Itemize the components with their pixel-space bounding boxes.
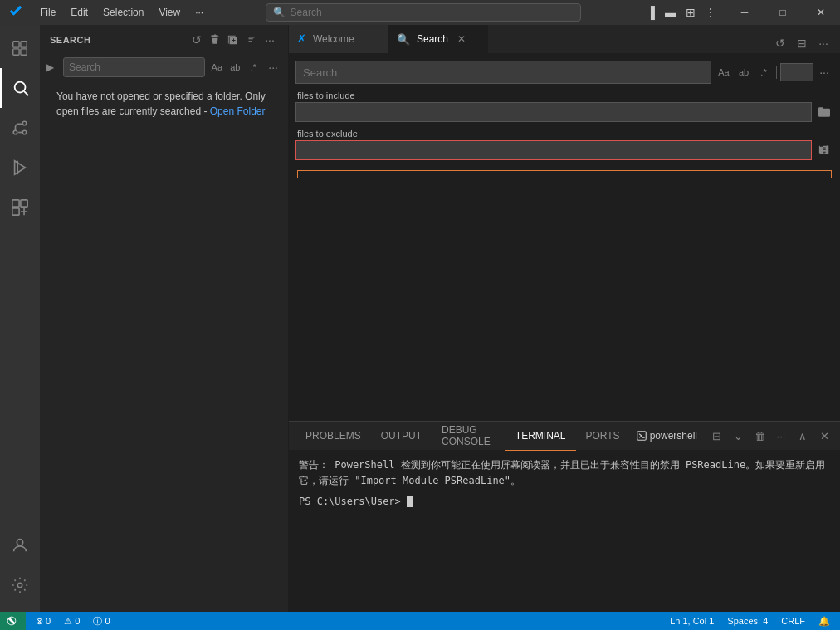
- options-separator: [776, 66, 777, 79]
- split-terminal-btn[interactable]: ⊟: [707, 427, 725, 445]
- activity-extensions[interactable]: [0, 188, 40, 227]
- svg-point-7: [22, 121, 27, 125]
- activity-account[interactable]: [0, 525, 40, 565]
- customize-layout-btn[interactable]: ⋮: [702, 4, 719, 21]
- match-word-button[interactable]: ab: [227, 59, 243, 76]
- status-spaces[interactable]: Spaces: 4: [724, 616, 771, 626]
- activity-run-debug[interactable]: [0, 148, 40, 188]
- expand-chevron[interactable]: ▶: [46, 61, 60, 73]
- search-main-input[interactable]: [303, 66, 704, 79]
- collapse-all-button[interactable]: [243, 32, 260, 48]
- terminal-content[interactable]: 警告： PowerShell 检测到你可能正在使用屏幕阅读器，并且已出于兼容性目…: [289, 451, 840, 612]
- menu-view[interactable]: View: [152, 5, 187, 20]
- search-count-input[interactable]: 1: [780, 63, 813, 81]
- sidebar-search-wrap[interactable]: [63, 57, 205, 77]
- status-encoding[interactable]: CRLF: [778, 616, 808, 626]
- activity-explorer[interactable]: [0, 28, 40, 68]
- tab-welcome[interactable]: ✗ Welcome: [289, 25, 388, 53]
- terminal-tab-ports[interactable]: PORTS: [576, 422, 630, 451]
- status-info[interactable]: ⓘ 0: [90, 615, 113, 628]
- more-actions-button[interactable]: ···: [261, 32, 278, 48]
- shell-label-area: powershell: [630, 430, 704, 442]
- search-main-input-wrap[interactable]: [295, 61, 711, 84]
- shell-name: powershell: [650, 430, 697, 442]
- maximize-button[interactable]: □: [764, 0, 802, 25]
- use-regex-button[interactable]: .*: [245, 59, 261, 76]
- menu-bar: File Edit Selection View ···: [33, 5, 210, 20]
- status-position[interactable]: Ln 1, Col 1: [667, 616, 717, 626]
- activity-settings[interactable]: [0, 565, 40, 605]
- title-search-input[interactable]: [291, 7, 574, 18]
- tab-search-label: Search: [417, 33, 448, 45]
- layout-grid-btn[interactable]: ⊞: [682, 4, 699, 21]
- layout-sidebar-btn[interactable]: ▐: [642, 4, 659, 21]
- match-case-button[interactable]: Aa: [208, 59, 225, 76]
- files-to-include-browse-btn[interactable]: [815, 103, 833, 121]
- status-errors[interactable]: ⊗ 0: [32, 616, 54, 627]
- terminal-close-btn[interactable]: ✕: [815, 427, 833, 445]
- sidebar-search-more[interactable]: ···: [265, 61, 281, 74]
- terminal-tab-actions: powershell ⊟ ⌄ 🗑 ··· ∧ ✕: [630, 427, 833, 445]
- svg-rect-3: [21, 49, 27, 55]
- files-to-exclude-label: files to exclude: [295, 129, 833, 139]
- terminal-tab-output[interactable]: OUTPUT: [371, 422, 432, 451]
- tab-search[interactable]: 🔍 Search ✕: [388, 25, 488, 53]
- status-bell[interactable]: 🔔: [815, 616, 833, 627]
- menu-selection[interactable]: Selection: [96, 5, 150, 20]
- svg-point-13: [17, 540, 22, 545]
- menu-edit[interactable]: Edit: [64, 5, 95, 20]
- tab-search-close[interactable]: ✕: [455, 32, 468, 46]
- menu-file[interactable]: File: [33, 5, 62, 20]
- minimize-button[interactable]: ─: [725, 0, 764, 25]
- search-panel-more-btn[interactable]: ···: [815, 63, 833, 81]
- search-match-case-button[interactable]: Aa: [715, 63, 733, 81]
- tab-search-icon: 🔍: [397, 33, 410, 46]
- clear-results-button[interactable]: [207, 32, 223, 48]
- title-search-box[interactable]: 🔍: [266, 3, 581, 22]
- status-remote[interactable]: [0, 612, 26, 630]
- files-to-exclude-input[interactable]: [295, 140, 812, 160]
- terminal-more-btn[interactable]: ···: [772, 427, 790, 445]
- tab-bar-actions: ↺ ⊟ ···: [764, 33, 840, 53]
- files-to-include-input[interactable]: [295, 102, 812, 122]
- terminal-tab-problems[interactable]: PROBLEMS: [295, 422, 371, 451]
- main-body: SEARCH ↺ ···: [0, 25, 840, 612]
- activity-source-control[interactable]: [0, 108, 40, 148]
- status-warnings[interactable]: ⚠ 0: [61, 616, 83, 627]
- menu-more[interactable]: ···: [188, 5, 210, 20]
- files-to-include-label: files to include: [295, 90, 833, 100]
- tab-welcome-label: Welcome: [313, 33, 354, 45]
- app-logo: [0, 6, 33, 19]
- title-bar: File Edit Selection View ··· 🔍 ▐ ▬ ⊞ ⋮ ─…: [0, 0, 840, 25]
- sidebar-message: You have not opened or specified a folde…: [40, 81, 288, 127]
- open-new-editor-button[interactable]: [225, 32, 242, 48]
- close-button[interactable]: ✕: [802, 0, 840, 25]
- terminal-cursor: [407, 496, 413, 507]
- files-to-exclude-row: [295, 140, 833, 160]
- orange-highlight-bar: [297, 170, 832, 178]
- tab-more-button[interactable]: ···: [813, 33, 833, 53]
- search-use-regex-button[interactable]: .*: [755, 63, 773, 81]
- svg-rect-1: [21, 42, 27, 47]
- title-search-icon: 🔍: [273, 7, 286, 18]
- search-match-word-button[interactable]: ab: [735, 63, 753, 81]
- editor-layout-button[interactable]: ⊟: [792, 33, 812, 53]
- sidebar-search-input[interactable]: [69, 61, 199, 73]
- terminal-tab-terminal[interactable]: TERMINAL: [505, 422, 576, 451]
- terminal-chevron-down[interactable]: ⌄: [729, 427, 747, 445]
- terminal-tab-bar: PROBLEMS OUTPUT DEBUG CONSOLE TERMINAL P…: [289, 422, 840, 451]
- editor-area: ✗ Welcome 🔍 Search ✕ ↺ ⊟ ···: [289, 25, 840, 612]
- open-folder-link[interactable]: Open Folder: [210, 105, 266, 117]
- files-to-exclude-settings-btn[interactable]: [815, 141, 833, 159]
- svg-rect-0: [13, 42, 19, 47]
- activity-search[interactable]: [0, 68, 40, 108]
- delete-terminal-btn[interactable]: 🗑: [750, 427, 769, 445]
- activity-bar-bottom: [0, 525, 40, 612]
- layout-panel-btn[interactable]: ▬: [662, 4, 679, 21]
- terminal-maximize-btn[interactable]: ∧: [794, 427, 812, 445]
- terminal-tab-debug-console[interactable]: DEBUG CONSOLE: [432, 422, 505, 451]
- split-editor-button[interactable]: ↺: [770, 33, 790, 53]
- refresh-button[interactable]: ↺: [188, 32, 205, 48]
- sidebar-title: SEARCH: [50, 35, 90, 45]
- status-right: Ln 1, Col 1 Spaces: 4 CRLF 🔔: [667, 616, 833, 627]
